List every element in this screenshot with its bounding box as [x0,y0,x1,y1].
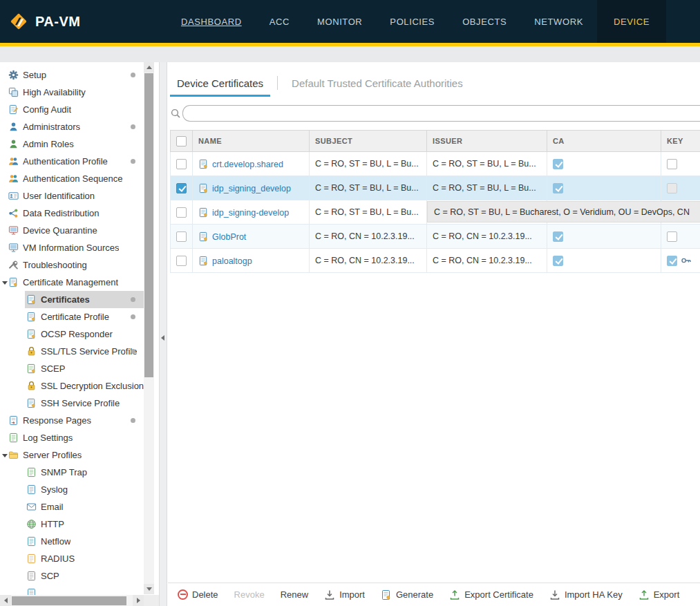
certificate-name-link[interactable]: GlobProt [212,232,246,242]
top-navigation-bar: PA-VM DASHBOARD ACC MONITOR POLICIES OBJ… [0,0,700,43]
search-field[interactable] [182,105,700,122]
status-dot [131,159,135,164]
certificate-icon [198,207,209,218]
sidebar-item-label: Log Settings [23,433,73,443]
table-row[interactable]: GlobProt C = RO, CN = 10.2.3.19... C = R… [171,225,700,249]
export-label: Export [654,589,680,600]
table-row[interactable]: idp_signing_develop C = RO, ST = BU, L =… [171,176,700,200]
horizontal-scroll-thumb[interactable] [12,596,126,605]
sidebar-item-admin-roles[interactable]: Admin Roles [0,135,144,153]
export-button[interactable]: Export [638,589,680,600]
nav-device[interactable]: DEVICE [597,0,666,43]
export-icon [638,589,650,600]
sidebar-tree: Setup High Availability Config Audit Adm… [0,66,144,595]
sidebar-item-config-audit[interactable]: Config Audit [0,101,144,118]
sidebar-item-scp[interactable]: SCP [0,567,144,585]
sidebar-item-user-identification[interactable]: User Identification [0,187,144,205]
sidebar-item-ocsp-responder[interactable]: OCSP Responder [0,325,144,343]
issuer-cell: C = RO, CN = 10.2.3.19... [427,249,547,273]
vertical-scroll-thumb[interactable] [144,73,153,377]
sidebar-item-certificate-profile[interactable]: Certificate Profile [0,308,144,325]
sidebar-item-syslog[interactable]: Syslog [0,481,144,498]
sidebar-item-setup[interactable]: Setup [0,66,144,84]
scroll-left-button[interactable] [0,595,11,606]
caret-down-icon[interactable] [1,452,8,459]
renew-button[interactable]: Renew [281,589,308,600]
select-all-checkbox[interactable] [176,136,187,146]
generate-button[interactable]: Generate [381,589,433,600]
tab-default-trusted-certificate-authorities[interactable]: Default Trusted Certificate Authorities [285,77,470,97]
import-icon [549,589,560,600]
table-row[interactable]: paloaltogp C = RO, CN = 10.2.3.19... C =… [171,249,700,273]
sidebar-item-response-pages[interactable]: Response Pages [0,412,144,429]
certificate-name-link[interactable]: paloaltogp [212,256,252,266]
caret-down-icon[interactable] [1,279,8,286]
sidebar-item-high-availability[interactable]: High Availability [0,84,144,101]
sidebar-splitter[interactable] [159,62,167,606]
row-select-checkbox[interactable] [176,256,187,266]
sidebar-horizontal-scrollbar[interactable] [0,595,144,606]
sidebar-item-ssl-decryption-exclusion[interactable]: SSL Decryption Exclusion [0,377,144,395]
sidebar-item-radius[interactable]: RADIUS [0,550,144,567]
nav-monitor[interactable]: MONITOR [303,0,376,43]
sidebar-item-server-profiles[interactable]: Server Profiles [0,446,144,464]
delete-icon [178,589,188,600]
table-row[interactable]: idp_signing-develop C = RO, ST = BU, L =… [171,200,700,225]
issuer-cell: C = RO, ST = BU, L = Bu... [427,152,547,176]
sidebar-vertical-scrollbar[interactable] [144,62,154,594]
sidebar-item-ssl-tls-service-profile[interactable]: SSL/TLS Service Profile [0,343,144,360]
row-select-checkbox[interactable] [176,231,187,242]
sidebar-item-label: User Identification [23,191,95,201]
collapse-sidebar-icon[interactable] [161,335,164,341]
sidebar-item-device-quarantine[interactable]: Device Quarantine [0,222,144,239]
nav-dashboard[interactable]: DASHBOARD [167,0,256,43]
sidebar-item-scep[interactable]: SCEP [0,360,144,377]
row-select-checkbox[interactable] [176,183,187,193]
certificate-name-link[interactable]: idp_signing_develop [212,184,291,193]
sidebar-item-netflow[interactable]: Netflow [0,533,144,550]
row-select-checkbox[interactable] [176,207,187,218]
certificate-name-link[interactable]: idp_signing-develop [212,208,289,218]
scroll-down-button[interactable] [144,584,154,594]
certificate-search [170,105,700,122]
response-page-icon [8,415,19,426]
sidebar-item-email[interactable]: Email [0,498,144,515]
search-input[interactable] [190,108,700,120]
sidebar-item-certificates[interactable]: Certificates [0,291,144,308]
nav-policies[interactable]: POLICIES [376,0,448,43]
import-ha-key-button[interactable]: Import HA Key [549,589,623,600]
tab-device-certificates[interactable]: Device Certificates [170,77,270,97]
import-button[interactable]: Import [324,589,365,600]
certificate-name-link[interactable]: crt.develop.shared [212,160,283,169]
sidebar-item-label: SSL/TLS Service Profile [41,346,137,357]
sidebar-item-label: Admin Roles [23,139,74,149]
sidebar-item-label: Certificate Profile [41,312,109,322]
sidebar-item-certificate-management[interactable]: Certificate Management [0,274,144,291]
column-header-subject: SUBJECT [310,131,427,152]
scroll-right-button[interactable] [133,595,144,606]
nav-objects[interactable]: OBJECTS [448,0,520,43]
export-certificate-button[interactable]: Export Certificate [449,589,533,600]
sidebar-item-log-settings[interactable]: Log Settings [0,429,144,446]
delete-button[interactable]: Delete [178,589,218,600]
nav-network[interactable]: NETWORK [520,0,597,43]
sidebar-item-data-redistribution[interactable]: Data Redistribution [0,205,144,222]
sidebar-item-snmp-trap[interactable]: SNMP Trap [0,464,144,481]
sidebar-item-authentication-profile[interactable]: Authentication Profile [0,153,144,170]
sidebar-item-troubleshooting[interactable]: Troubleshooting [0,256,144,274]
sidebar-item-administrators[interactable]: Administrators [0,118,144,135]
import-ha-key-label: Import HA Key [565,589,623,600]
main-panel: Device Certificates Default Trusted Cert… [168,62,700,606]
wrench-icon [8,260,19,270]
scroll-up-button[interactable] [144,62,154,73]
sidebar-item-vm-information-sources[interactable]: VM Information Sources [0,239,144,256]
subject-cell: C = RO, CN = 10.2.3.19... [310,249,427,273]
sidebar-item-partial[interactable] [0,585,144,595]
row-select-checkbox[interactable] [176,159,187,169]
sidebar-item-ssh-service-profile[interactable]: SSH Service Profile [0,395,144,412]
sidebar-item-authentication-sequence[interactable]: Authentication Sequence [0,170,144,187]
sidebar-item-http[interactable]: HTTP [0,515,144,533]
nav-acc[interactable]: ACC [256,0,303,43]
table-row[interactable]: crt.develop.shared C = RO, ST = BU, L = … [171,152,700,176]
lock-icon [26,346,37,357]
